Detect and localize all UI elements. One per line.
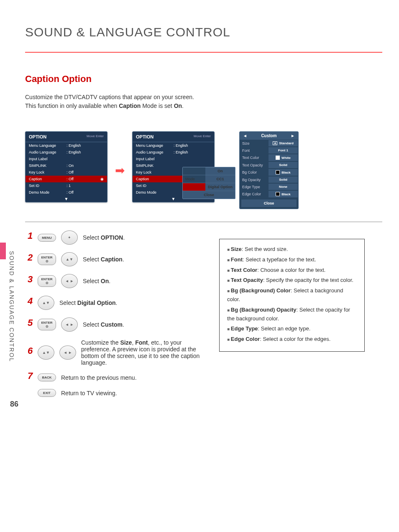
divider <box>25 222 382 222</box>
section-description: Customize the DTV/CADTV captions that ap… <box>25 93 382 110</box>
nav-pad-icon: ◄ ► <box>61 317 78 332</box>
osd-screenshots: OPTIONMove Enter Menu Language: EnglishA… <box>25 131 382 209</box>
page-title: SOUND & LANGUAGE CONTROL <box>25 25 382 39</box>
info-box: Size: Set the word size.Font: Select a t… <box>219 239 365 352</box>
page-number: 86 <box>10 400 18 409</box>
divider <box>25 52 382 53</box>
side-tab <box>0 243 6 259</box>
remote-button: BACK <box>38 373 56 381</box>
side-label: SOUND & LANGUAGE CONTROL <box>8 251 15 362</box>
osd-popup: OnModeCC1Digital OptionClose <box>182 167 235 199</box>
osd-panel-1: OPTIONMove Enter Menu Language: EnglishA… <box>25 131 107 202</box>
remote-button: EXIT <box>38 389 56 397</box>
arrow-icon: ➡ <box>115 164 125 177</box>
nav-pad-icon: ◄ ► <box>61 274 78 288</box>
custom-panel: ◄Custom► SizeAStandardFontFont 1Text Col… <box>239 131 299 209</box>
nav-pad-icon: ▲▼ <box>38 345 54 360</box>
nav-pad-icon: ✦ <box>61 230 78 245</box>
steps-list: 1MENU✦Select OPTION.2ENTER⊙▲▼Select Capt… <box>29 230 207 404</box>
nav-pad-icon: ◄ ► <box>59 345 76 360</box>
remote-button: ENTER⊙ <box>38 275 56 287</box>
nav-pad-icon: ▲▼ <box>61 252 78 266</box>
nav-pad-icon: ▲▼ <box>38 296 54 310</box>
remote-button: ENTER⊙ <box>38 253 56 265</box>
section-title: Caption Option <box>25 74 382 84</box>
remote-button: MENU <box>38 234 56 242</box>
remote-button: ENTER⊙ <box>38 319 56 330</box>
